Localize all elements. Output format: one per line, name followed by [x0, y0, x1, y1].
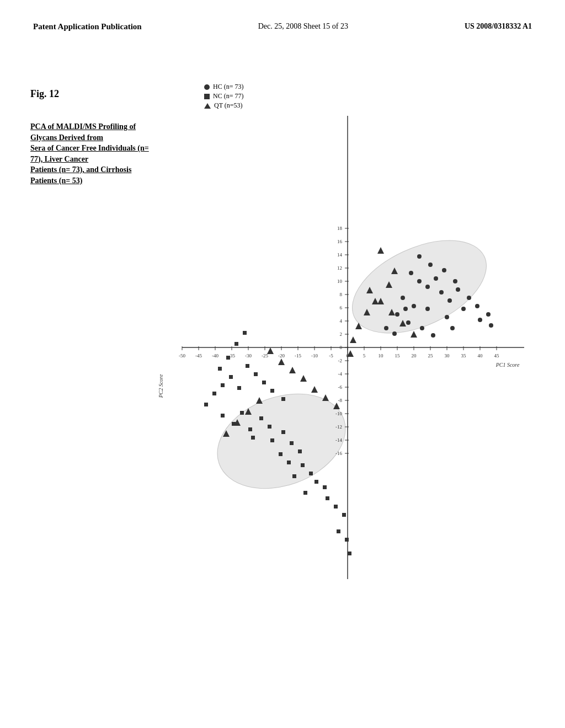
svg-text:-45: -45 [195, 353, 202, 358]
svg-text:0: 0 [340, 345, 343, 350]
svg-point-84 [434, 276, 438, 281]
svg-point-109 [384, 326, 388, 330]
svg-text:5: 5 [363, 353, 366, 358]
svg-rect-126 [315, 480, 318, 484]
svg-text:12: 12 [337, 265, 342, 271]
svg-rect-131 [342, 513, 346, 517]
svg-rect-144 [281, 397, 285, 401]
svg-rect-138 [229, 375, 233, 379]
svg-rect-129 [326, 496, 329, 500]
svg-text:6: 6 [340, 305, 343, 311]
svg-rect-119 [290, 441, 294, 445]
svg-rect-127 [323, 485, 327, 489]
svg-point-92 [475, 304, 479, 308]
chart-title-line2: Sera of Cancer Free Individuals (n= 77),… [30, 144, 149, 163]
page-header: Patent Application Publication Dec. 25, … [0, 0, 565, 42]
svg-rect-136 [212, 392, 216, 395]
svg-rect-122 [287, 461, 291, 464]
svg-text:-10: -10 [335, 411, 342, 416]
svg-text:-14: -14 [335, 437, 342, 443]
legend-item-hc: HC (n= 73) [204, 83, 243, 91]
qt-symbol [204, 103, 211, 109]
svg-text:30: 30 [445, 353, 450, 358]
svg-rect-123 [301, 463, 305, 467]
svg-text:-30: -30 [245, 353, 252, 358]
svg-rect-110 [221, 414, 225, 417]
svg-rect-116 [251, 436, 255, 440]
svg-point-108 [392, 331, 397, 336]
svg-rect-140 [246, 364, 249, 368]
svg-rect-142 [262, 381, 266, 384]
svg-point-93 [486, 312, 491, 317]
svg-rect-132 [337, 529, 340, 533]
svg-rect-145 [243, 331, 247, 335]
svg-point-85 [453, 279, 457, 283]
svg-text:45: 45 [494, 353, 500, 358]
x-axis-label: PC1 Score [495, 362, 520, 368]
svg-text:-50: -50 [179, 353, 185, 358]
svg-text:14: 14 [337, 252, 343, 258]
svg-rect-130 [334, 505, 338, 508]
svg-text:-5: -5 [329, 353, 333, 358]
svg-text:-6: -6 [338, 384, 343, 390]
svg-point-83 [442, 268, 446, 272]
svg-rect-134 [348, 552, 351, 555]
publication-title: Patent Application Publication [33, 22, 142, 31]
svg-point-86 [425, 285, 430, 289]
svg-text:-12: -12 [335, 424, 342, 430]
svg-rect-117 [270, 438, 274, 442]
legend-item-nc: NC (n= 77) [204, 92, 243, 100]
svg-rect-146 [234, 342, 238, 346]
svg-text:10: 10 [337, 279, 343, 284]
svg-text:18: 18 [337, 226, 343, 231]
chart-title: PCA of MALDI/MS Profiling of Glycans Der… [30, 121, 152, 186]
svg-point-90 [467, 296, 471, 300]
svg-text:15: 15 [395, 353, 401, 358]
svg-rect-113 [248, 427, 252, 431]
svg-text:-40: -40 [212, 353, 218, 358]
svg-rect-124 [309, 472, 313, 475]
figure-label: Fig. 12 [30, 88, 59, 100]
svg-rect-141 [254, 372, 258, 376]
chart-legend: HC (n= 73) NC (n= 77) QT (n=53) [204, 83, 243, 110]
svg-rect-125 [292, 474, 296, 478]
svg-point-88 [456, 287, 460, 292]
svg-rect-121 [279, 452, 282, 456]
svg-rect-147 [226, 356, 230, 360]
hc-symbol [204, 84, 210, 90]
qt-label: QT (n=53) [214, 101, 243, 110]
svg-rect-148 [218, 367, 222, 371]
svg-text:-10: -10 [311, 353, 318, 358]
svg-text:35: 35 [461, 353, 467, 358]
svg-rect-114 [259, 416, 263, 420]
svg-text:-4: -4 [338, 371, 343, 377]
publication-date-sheet: Dec. 25, 2008 Sheet 15 of 23 [258, 22, 348, 31]
svg-text:10: 10 [379, 353, 384, 358]
svg-point-103 [431, 333, 435, 338]
svg-rect-137 [221, 383, 225, 387]
svg-text:40: 40 [478, 353, 483, 358]
svg-point-106 [395, 312, 399, 317]
chart-container: HC (n= 73) NC (n= 77) QT (n=53) [149, 83, 546, 662]
svg-rect-135 [204, 403, 208, 406]
svg-rect-133 [345, 538, 349, 542]
svg-text:-20: -20 [278, 353, 285, 358]
svg-rect-120 [298, 449, 302, 453]
svg-text:25: 25 [428, 353, 434, 358]
svg-text:-2: -2 [338, 358, 343, 363]
hc-label: HC (n= 73) [213, 83, 243, 91]
svg-rect-115 [268, 425, 271, 429]
svg-point-101 [401, 296, 405, 300]
svg-point-96 [409, 271, 413, 275]
svg-point-81 [417, 254, 422, 259]
y-axis-label: PC2 Score [158, 374, 164, 398]
svg-text:16: 16 [337, 239, 343, 244]
svg-point-89 [447, 298, 452, 303]
svg-point-95 [489, 323, 493, 328]
svg-text:-15: -15 [295, 353, 301, 358]
svg-point-107 [403, 307, 408, 311]
scatter-plot: -50 -45 -40 -35 -30 -25 -20 -15 -10 -5 0… [149, 110, 535, 607]
svg-point-94 [478, 318, 482, 322]
svg-text:8: 8 [340, 292, 343, 297]
svg-rect-143 [270, 389, 274, 393]
